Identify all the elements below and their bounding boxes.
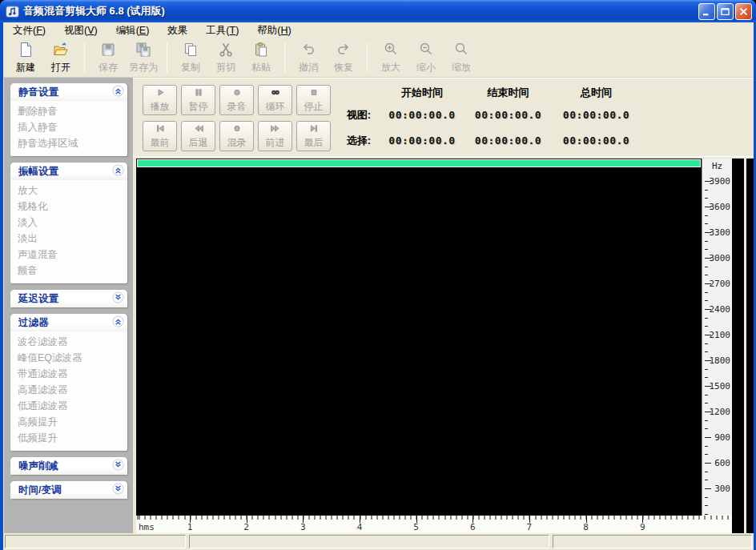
time-column-header-0: 开始时间 bbox=[378, 83, 466, 102]
chevron-up-icon[interactable] bbox=[112, 85, 124, 99]
sidebar-item-1-3[interactable]: 淡出 bbox=[10, 231, 127, 247]
frequency-label-300: 300 bbox=[706, 484, 730, 494]
toolbar-button-open-folder[interactable]: 打开 bbox=[43, 40, 78, 76]
transport-button-skip-start[interactable]: 最前 bbox=[143, 121, 177, 151]
sidebar-item-1-0[interactable]: 放大 bbox=[10, 183, 127, 199]
toolbar-button-undo[interactable]: 撤消 bbox=[291, 40, 326, 76]
zoom-out-icon bbox=[418, 42, 434, 60]
track-level-bar bbox=[137, 159, 701, 167]
chevron-up-icon[interactable] bbox=[112, 164, 124, 179]
menu-item-5[interactable]: 帮助(H) bbox=[257, 24, 291, 38]
sidebar-item-1-2[interactable]: 淡入 bbox=[10, 215, 127, 231]
sidebar-item-0-2[interactable]: 静音选择区域 bbox=[10, 135, 127, 151]
transport-button-mix-record[interactable]: 混录 bbox=[219, 121, 254, 151]
control-strip: 播放暂停录音循环停止最前后退混录前进最后 开始时间结束时间总时间视图:00:00… bbox=[133, 78, 754, 156]
frequency-label-2700: 2700 bbox=[706, 279, 730, 289]
toolbar-button-redo[interactable]: 恢复 bbox=[326, 40, 361, 76]
transport-button-label: 混录 bbox=[227, 136, 247, 150]
sidebar-panel-header-2[interactable]: 延迟设置 bbox=[10, 290, 127, 307]
transport-button-rewind[interactable]: 后退 bbox=[181, 121, 215, 151]
sidebar-item-1-4[interactable]: 声道混音 bbox=[10, 247, 127, 263]
menu-item-0[interactable]: 文件(F) bbox=[13, 24, 46, 38]
menu-item-1[interactable]: 视图(V) bbox=[64, 24, 98, 38]
frequency-label-600: 600 bbox=[706, 458, 730, 468]
sidebar-item-3-1[interactable]: 峰值EQ滤波器 bbox=[10, 350, 127, 366]
transport-button-skip-end[interactable]: 最后 bbox=[296, 121, 331, 151]
sidebar-panel-header-0[interactable]: 静音设置 bbox=[10, 83, 127, 101]
stop-icon bbox=[308, 87, 320, 100]
minimize-button[interactable] bbox=[698, 3, 715, 20]
ruler-label-4: 4 bbox=[357, 522, 363, 532]
sidebar-item-3-4[interactable]: 低通滤波器 bbox=[10, 398, 127, 414]
menu-item-4[interactable]: 工具(T) bbox=[206, 24, 239, 38]
sidebar-item-3-6[interactable]: 低频提升 bbox=[10, 430, 127, 446]
sidebar-panel-header-1[interactable]: 振幅设置 bbox=[10, 163, 127, 180]
transport-controls: 播放暂停录音循环停止最前后退混录前进最后 bbox=[143, 85, 331, 151]
sidebar-panel-header-4[interactable]: 噪声削减 bbox=[10, 457, 127, 475]
transport-button-label: 最前 bbox=[151, 136, 170, 150]
toolbar-button-new-file[interactable]: 新建 bbox=[8, 40, 43, 76]
sidebar-item-3-0[interactable]: 波谷滤波器 bbox=[10, 334, 127, 350]
close-button[interactable] bbox=[735, 3, 752, 20]
transport-button-label: 录音 bbox=[227, 100, 247, 114]
toolbar-button-label: 新建 bbox=[16, 61, 35, 74]
sidebar-item-0-1[interactable]: 插入静音 bbox=[10, 119, 127, 135]
time-value-1-1: 00:00:00.0 bbox=[466, 128, 550, 154]
paste-icon bbox=[253, 42, 269, 60]
chevron-down-icon[interactable] bbox=[112, 459, 124, 473]
toolbar-button-copy[interactable]: 复制 bbox=[173, 40, 208, 76]
transport-button-loop[interactable]: 循环 bbox=[258, 85, 292, 115]
sidebar-panel-items: 删除静音插入静音静音选择区域 bbox=[10, 101, 127, 156]
menu-item-2[interactable]: 编辑(E) bbox=[116, 24, 150, 38]
menu-item-3[interactable]: 效果 bbox=[167, 24, 187, 38]
chevron-down-icon[interactable] bbox=[112, 483, 124, 497]
maximize-button[interactable] bbox=[717, 3, 734, 20]
pause-icon bbox=[193, 87, 204, 100]
chevron-down-icon[interactable] bbox=[112, 291, 124, 306]
time-column-header-2: 总时间 bbox=[550, 83, 642, 102]
sidebar-panel-title: 过滤器 bbox=[18, 316, 112, 330]
sidebar-item-3-5[interactable]: 高频提升 bbox=[10, 414, 127, 430]
sidebar-item-3-3[interactable]: 高通滤波器 bbox=[10, 382, 127, 398]
skip-start-icon bbox=[155, 123, 166, 136]
transport-button-pause[interactable]: 暂停 bbox=[181, 85, 215, 115]
toolbar-button-cut[interactable]: 剪切 bbox=[208, 40, 243, 76]
transport-row-0: 播放暂停录音循环停止 bbox=[143, 85, 331, 115]
waveform-canvas[interactable] bbox=[136, 159, 702, 516]
title-bar[interactable]: 音频混音剪辑大师 6.8 (试用版) bbox=[0, 0, 756, 22]
toolbar-button-save-as[interactable]: 另存为 bbox=[126, 40, 161, 76]
transport-button-stop[interactable]: 停止 bbox=[296, 85, 331, 115]
time-value-0-0: 00:00:00.0 bbox=[378, 102, 466, 128]
frequency-label-900: 900 bbox=[706, 432, 730, 443]
client-area: 文件(F)视图(V)编辑(E)效果工具(T)帮助(H) 新建打开保存另存为复制剪… bbox=[3, 22, 754, 550]
frequency-label-1200: 1200 bbox=[706, 407, 730, 417]
ruler-label-3: 3 bbox=[300, 522, 306, 532]
toolbar-button-save[interactable]: 保存 bbox=[90, 40, 126, 76]
sidebar-panel-2: 延迟设置 bbox=[10, 290, 127, 307]
sidebar-panel-header-3[interactable]: 过滤器 bbox=[10, 314, 127, 331]
loop-icon bbox=[270, 87, 281, 100]
ruler-unit-label: hms bbox=[139, 522, 155, 532]
chevron-up-icon[interactable] bbox=[112, 315, 124, 330]
transport-button-label: 最后 bbox=[304, 136, 324, 150]
play-icon bbox=[155, 87, 166, 100]
toolbar-button-zoom-out[interactable]: 缩小 bbox=[408, 40, 444, 76]
sidebar-item-1-1[interactable]: 规格化 bbox=[10, 199, 127, 215]
transport-button-play[interactable]: 播放 bbox=[143, 85, 177, 115]
transport-button-record[interactable]: 录音 bbox=[219, 85, 254, 115]
toolbar-button-paste[interactable]: 粘贴 bbox=[243, 40, 279, 76]
toolbar-button-zoom-in[interactable]: 放大 bbox=[373, 40, 408, 76]
sidebar-panel-1: 振幅设置放大规格化淡入淡出声道混音颤音 bbox=[10, 163, 127, 283]
track-divider bbox=[744, 159, 746, 533]
sidebar-item-0-0[interactable]: 删除静音 bbox=[10, 103, 127, 119]
sidebar-item-3-2[interactable]: 带通滤波器 bbox=[10, 366, 127, 382]
time-value-0-1: 00:00:00.0 bbox=[466, 102, 550, 128]
sidebar-panel-4: 噪声削减 bbox=[10, 457, 127, 475]
menu-bar: 文件(F)视图(V)编辑(E)效果工具(T)帮助(H) bbox=[3, 22, 754, 38]
transport-row-1: 最前后退混录前进最后 bbox=[143, 121, 331, 151]
toolbar-button-zoom[interactable]: 缩放 bbox=[444, 40, 479, 76]
time-value-0-2: 00:00:00.0 bbox=[550, 102, 642, 128]
sidebar-item-1-5[interactable]: 颤音 bbox=[10, 263, 127, 279]
transport-button-forward[interactable]: 前进 bbox=[258, 121, 292, 151]
sidebar-panel-header-5[interactable]: 时间/变调 bbox=[10, 481, 127, 499]
